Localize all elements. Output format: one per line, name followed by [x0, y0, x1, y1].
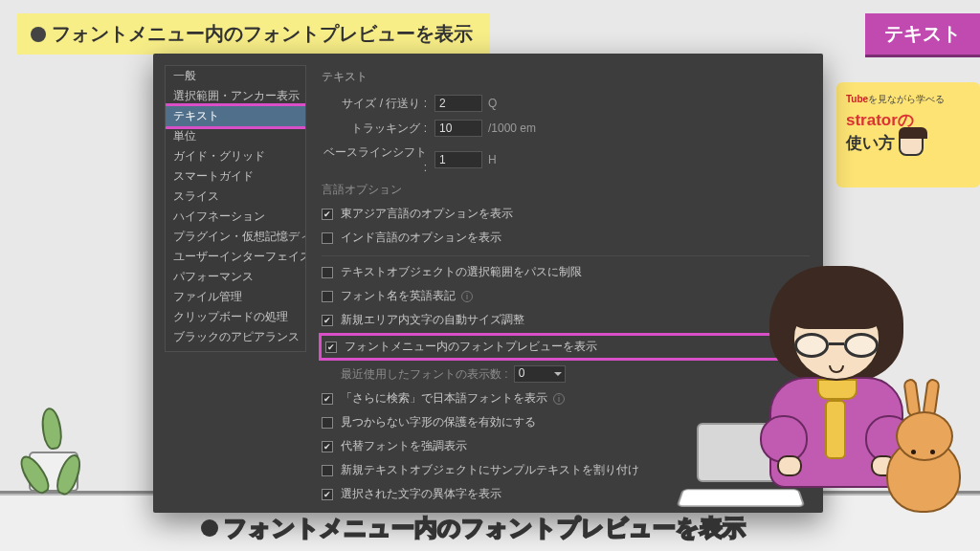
sidebar-item[interactable]: スマートガイド — [166, 166, 305, 187]
checkbox-alt-glyph[interactable] — [322, 489, 333, 500]
info-icon[interactable]: i — [461, 291, 473, 302]
checkbox-protect-glyph[interactable] — [322, 417, 333, 429]
checkbox-row-font-preview: フォントメニュー内のフォントプレビューを表示 — [322, 336, 810, 358]
baseline-shift-input[interactable] — [434, 151, 482, 168]
sidebar-item[interactable]: ガイド・グリッド — [166, 146, 305, 166]
checkbox-indic[interactable] — [322, 232, 333, 244]
sidebar-item[interactable]: プラグイン・仮想記憶ディスク — [166, 227, 305, 247]
sidebar-item[interactable]: 選択範囲・アンカー表示 — [166, 86, 305, 106]
panel-title: テキスト — [322, 69, 810, 85]
title-banner-top: フォントメニュー内のフォントプレビューを表示 — [17, 13, 490, 55]
tracking-input[interactable] — [434, 120, 482, 137]
rabbit-illustration — [879, 398, 969, 513]
sidebar-item[interactable]: テキスト — [166, 106, 305, 126]
sidebar-item[interactable]: ファイル管理 — [166, 287, 305, 307]
checkbox-auto-size-area[interactable] — [322, 315, 333, 326]
checkbox-highlight-sub[interactable] — [322, 441, 333, 452]
sidebar-item[interactable]: パフォーマンス — [166, 267, 305, 287]
sidebar-item[interactable]: ブラックのアピアランス — [166, 327, 305, 347]
avatar-mini-icon — [899, 131, 924, 156]
checkbox-english-font-name[interactable] — [322, 291, 333, 302]
sidebar-item[interactable]: スライス — [166, 187, 305, 207]
side-promo-card: Tubeを見ながら学べる stratorの 使い方 — [836, 82, 980, 187]
title-banner-bottom: フォントメニュー内のフォントプレビューを表示 — [201, 513, 746, 543]
checkbox-sample-text[interactable] — [322, 465, 333, 476]
checkbox-font-preview[interactable] — [325, 342, 337, 353]
corner-tag: テキスト — [865, 13, 980, 57]
sidebar-item[interactable]: 一般 — [166, 66, 305, 86]
title-banner-top-text: フォントメニュー内のフォントプレビューを表示 — [52, 21, 473, 47]
field-label: ベースラインシフト : — [322, 144, 427, 174]
checkbox-find-more-jp[interactable] — [322, 393, 333, 405]
info-icon[interactable]: i — [553, 393, 565, 405]
bullet-icon — [201, 519, 218, 537]
checkbox-limit-path[interactable] — [322, 267, 333, 278]
checkbox-east-asian[interactable] — [322, 209, 333, 220]
preferences-sidebar: 一般選択範囲・アンカー表示テキスト単位ガイド・グリッドスマートガイドスライスハイ… — [165, 65, 306, 352]
sidebar-item[interactable]: クリップボードの処理 — [166, 307, 305, 327]
field-label: サイズ / 行送り : — [322, 96, 427, 112]
bullet-icon — [31, 27, 46, 42]
recent-count-select[interactable]: 0 — [514, 365, 566, 383]
sidebar-item[interactable]: デバイス — [166, 347, 305, 352]
sidebar-item[interactable]: ユーザーインターフェイス — [166, 247, 305, 267]
title-banner-bottom-text: フォントメニュー内のフォントプレビューを表示 — [224, 513, 746, 543]
size-leading-input[interactable] — [434, 95, 482, 112]
recent-count-label: 最近使用したフォントの表示数 : — [341, 366, 508, 383]
plant-decoration — [29, 452, 78, 492]
sidebar-item[interactable]: 単位 — [166, 126, 305, 146]
sidebar-item[interactable]: ハイフネーション — [166, 207, 305, 227]
field-label: トラッキング : — [322, 121, 427, 137]
group-label-language: 言語オプション — [322, 182, 810, 198]
